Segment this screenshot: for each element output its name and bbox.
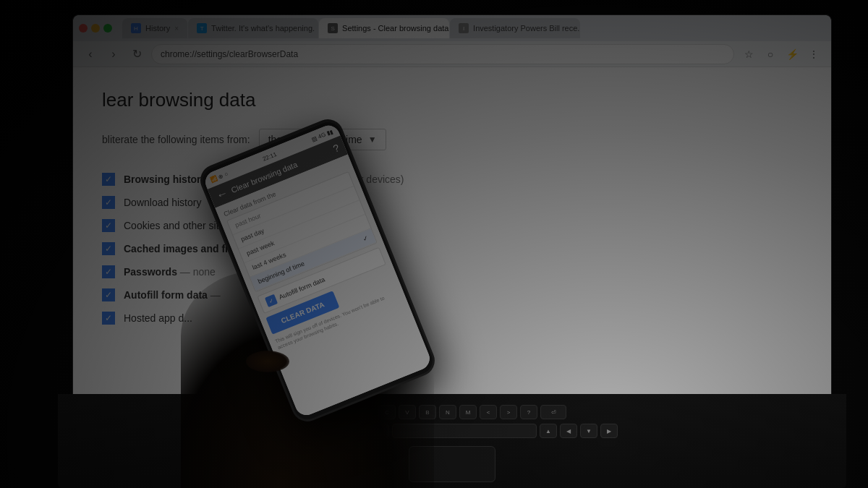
minimize-button[interactable] <box>91 24 100 33</box>
cookies-item: ✓ Cookies and other site and plugin data <box>102 214 802 237</box>
phone-help-icon[interactable]: ? <box>331 142 341 155</box>
key-up[interactable]: ▲ <box>540 424 557 438</box>
page-title: lear browsing data <box>102 89 802 111</box>
extensions-icon[interactable]: ⚡ <box>783 46 801 63</box>
hosted-app-check[interactable]: ✓ <box>102 312 115 325</box>
settings-favicon: S <box>328 23 338 33</box>
url-text: chrome://settings/clearBrowserData <box>161 49 298 59</box>
maximize-button[interactable] <box>103 24 112 33</box>
tab-investigatory-label: Investigatory Powers Bill rece... <box>473 24 580 33</box>
autofill-check[interactable]: ✓ <box>102 288 115 301</box>
chrome-titlebar: H History × T Twitter. It's what's happe… <box>73 15 831 41</box>
passwords-check[interactable]: ✓ <box>102 265 115 278</box>
profile-icon[interactable]: ○ <box>762 46 779 63</box>
menu-icon[interactable]: ⋮ <box>805 46 822 63</box>
tab-history[interactable]: H History × <box>122 18 187 38</box>
keyboard: Z X C V B N M < > ? ⏎ ⌘ command alt opti… <box>58 394 846 449</box>
tab-settings[interactable]: S Settings - Clear browsing data × <box>319 18 449 38</box>
reload-nav-button[interactable]: ↻ <box>128 46 145 63</box>
tabs-bar: H History × T Twitter. It's what's happe… <box>122 18 825 38</box>
key-n[interactable]: N <box>439 405 456 419</box>
omnibar-actions: ☆ ○ ⚡ ⋮ <box>740 46 822 63</box>
close-button[interactable] <box>79 24 88 33</box>
key-comma[interactable]: < <box>480 405 497 419</box>
history-favicon: H <box>131 23 141 33</box>
cached-check[interactable]: ✓ <box>102 242 115 255</box>
tab-investigatory[interactable]: I Investigatory Powers Bill rece... × <box>450 18 580 38</box>
time-label-text: bliterate the following items from: <box>102 134 250 145</box>
key-left[interactable]: ◀ <box>560 424 577 438</box>
finger-tip <box>246 351 289 372</box>
twitter-favicon: T <box>197 23 207 33</box>
investigatory-favicon: I <box>459 23 469 33</box>
back-nav-button[interactable]: ‹ <box>82 46 99 63</box>
browsing-history-check[interactable]: ✓ <box>102 173 115 186</box>
phone-option-check-icon: ✓ <box>362 234 370 243</box>
page-title-text: lear browsing data <box>102 89 255 111</box>
forward-nav-button[interactable]: › <box>105 46 122 63</box>
window-controls <box>79 24 112 33</box>
phone-autofill-check[interactable]: ✓ <box>265 294 278 307</box>
key-period[interactable]: > <box>500 405 517 419</box>
key-m[interactable]: M <box>459 405 477 419</box>
tab-history-close[interactable]: × <box>174 25 179 33</box>
download-history-check[interactable]: ✓ <box>102 196 115 209</box>
tab-twitter[interactable]: T Twitter. It's what's happening. × <box>188 18 318 38</box>
cached-images-item: ✓ Cached images and files — 638 MB <box>102 237 802 260</box>
passwords-item: ✓ Passwords — none <box>102 260 802 283</box>
tab-settings-label: Settings - Clear browsing data <box>342 24 448 33</box>
laptop-keyboard-area: Z X C V B N M < > ? ⏎ ⌘ command alt opti… <box>58 394 846 488</box>
url-bar[interactable]: chrome://settings/clearBrowserData <box>151 44 734 64</box>
key-right[interactable]: ▶ <box>600 424 618 438</box>
passwords-label: Passwords — none <box>124 266 216 278</box>
key-enter[interactable]: ⏎ <box>540 405 566 419</box>
omnibar: ‹ › ↻ chrome://settings/clearBrowserData… <box>73 41 831 67</box>
phone-time: 22:11 <box>262 150 278 162</box>
key-slash[interactable]: ? <box>520 405 537 419</box>
bookmark-icon[interactable]: ☆ <box>740 46 757 63</box>
tab-twitter-label: Twitter. It's what's happening. <box>211 24 315 33</box>
cookies-check[interactable]: ✓ <box>102 219 115 232</box>
key-down[interactable]: ▼ <box>580 424 597 438</box>
download-history-label: Download history <box>124 197 201 208</box>
tab-history-label: History <box>145 24 170 33</box>
time-selector-row: bliterate the following items from: the … <box>102 129 802 150</box>
phone-back-icon[interactable]: ← <box>214 186 230 202</box>
